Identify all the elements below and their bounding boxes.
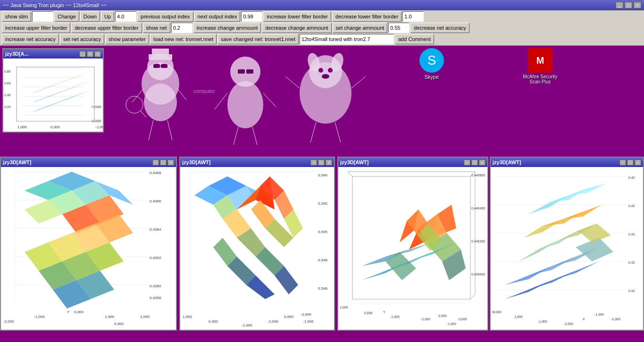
next-val-input[interactable]	[241, 11, 262, 22]
svg-text:1,000: 1,000	[340, 306, 348, 309]
load-net-button[interactable]: load new net: tronnet.nnet	[150, 34, 217, 44]
save-net-button[interactable]: save changed net: tronnet1.nnet	[217, 34, 299, 44]
plot-svg-4: 0,42 0,42 0,42 0,42 0,42 W,000 1,000 -1,…	[491, 167, 643, 330]
svg-text:0,4364: 0,4364	[150, 227, 161, 232]
plot-controls-1: − □ ×	[152, 159, 174, 166]
up-button[interactable]: Up	[101, 11, 114, 22]
decrease-change-button[interactable]: decrease change ammount	[262, 23, 331, 33]
plot-controls-4: − □ ×	[619, 159, 641, 166]
svg-text:0,4358: 0,4358	[150, 296, 161, 300]
svg-point-18	[227, 81, 263, 128]
down-button[interactable]: Down	[80, 11, 100, 22]
plot-svg-small: -1,000 0,000 1,000 -1,000 -Y,000 0,80 0,…	[3, 58, 103, 132]
svg-text:-2,000: -2,000	[564, 322, 573, 325]
svg-text:W,000: W,000	[492, 310, 502, 314]
svg-text:0,440000: 0,440000	[471, 273, 485, 276]
change-button[interactable]: Change	[54, 11, 79, 22]
slim-value-input[interactable]	[32, 11, 53, 22]
plot-minimize-4[interactable]: −	[619, 159, 626, 166]
svg-text:-2,000: -2,000	[611, 317, 620, 321]
increase-change-button[interactable]: increase change ammount	[193, 23, 261, 33]
maximize-button[interactable]: □	[625, 2, 632, 8]
svg-rect-8	[161, 64, 167, 68]
svg-text:0,42: 0,42	[628, 233, 635, 236]
svg-text:-1,000: -1,000	[538, 320, 547, 323]
set-accuracy-button[interactable]: set net accuracy	[60, 34, 104, 44]
decrease-lower-button[interactable]: decrease lower filter border	[332, 11, 401, 22]
net-val-input[interactable]	[171, 23, 192, 33]
svg-text:0,42: 0,42	[628, 261, 635, 264]
plot-svg-1: 0,4368 0,4366 0,4364 0,4362 0,4360 0,435…	[1, 167, 176, 330]
set-change-button[interactable]: set change ammount	[333, 23, 388, 33]
plot-close-2[interactable]: ×	[326, 159, 332, 166]
show-slim-button[interactable]: show slim	[2, 11, 31, 22]
plot-svg-2: 0,540 0,540 0,545 0,548 0,548 1,000 0,00…	[180, 167, 334, 330]
add-comment-button[interactable]: add Comment	[395, 34, 434, 44]
svg-text:0,000: 0,000	[209, 319, 218, 324]
svg-text:0,4360: 0,4360	[150, 284, 161, 288]
svg-text:0,20: 0,20	[4, 105, 11, 108]
plot-minimize-2[interactable]: −	[310, 159, 317, 166]
comment-input[interactable]	[300, 34, 394, 44]
svg-text:0,4368: 0,4368	[150, 171, 161, 175]
plot-close-4[interactable]: ×	[635, 159, 641, 166]
plot-titlebar-3: jzy3D[AWT] − □ ×	[338, 158, 487, 167]
svg-text:0,000: 0,000	[74, 310, 84, 314]
plot-close-3[interactable]: ×	[479, 159, 485, 166]
decrease-accuracy-button[interactable]: decrease net accuracy	[410, 23, 469, 33]
plot-window-1: jzy3D[AWT] − □ ×	[0, 157, 177, 331]
show-net-button[interactable]: show net	[143, 23, 170, 33]
increase-accuracy-button[interactable]: increase net accuracy	[2, 34, 59, 44]
svg-text:1,000: 1,000	[514, 315, 523, 318]
plot-minimize-3[interactable]: −	[464, 159, 470, 166]
svg-text:0,000: 0,000	[114, 322, 124, 326]
show-parameter-button[interactable]: show parameter	[105, 34, 149, 44]
plot-maximize-2[interactable]: □	[318, 159, 325, 166]
svg-rect-7	[153, 64, 160, 68]
plot-maximize-3[interactable]: □	[471, 159, 478, 166]
svg-text:0,540: 0,540	[318, 173, 328, 177]
mcafee-icon-image: M	[528, 48, 552, 73]
lower-val-input[interactable]	[402, 11, 424, 22]
plot-svg-3: 0,440600 0,440400 0,440200 0,440000 1,00…	[338, 167, 487, 330]
svg-text:0,548: 0,548	[318, 286, 328, 291]
decrease-upper-button[interactable]: decrease upper filter border	[71, 23, 142, 33]
svg-text:0,42: 0,42	[628, 176, 635, 179]
plot-minimize-1[interactable]: −	[152, 159, 159, 166]
plot-body-small: -1,000 0,000 1,000 -1,000 -Y,000 0,80 0,…	[3, 58, 103, 132]
svg-rect-136	[338, 167, 487, 330]
up-value-input[interactable]	[115, 11, 136, 22]
svg-rect-4	[152, 49, 169, 55]
svg-text:-2,000: -2,000	[268, 319, 278, 324]
skype-icon-desktop[interactable]: S Skype	[415, 48, 448, 80]
svg-text:-1,000: -1,000	[594, 313, 604, 316]
svg-text:-1,000: -1,000	[447, 322, 456, 325]
plot-minimize-small[interactable]: _	[79, 51, 86, 57]
plot-close-1[interactable]: ×	[167, 159, 174, 166]
plot-controls-small: _ □ ×	[79, 51, 101, 57]
plot-maximize-4[interactable]: □	[627, 159, 634, 166]
increase-upper-button[interactable]: increase upper filter border	[2, 23, 70, 33]
svg-text:computer: computer	[193, 88, 215, 94]
change-val-input[interactable]	[388, 23, 410, 33]
svg-text:0,540: 0,540	[318, 201, 328, 206]
plot-titlebar-small: jzy3D[A... _ □ ×	[3, 49, 103, 58]
plot-title-2: jzy3D[AWT]	[182, 159, 211, 165]
increase-lower-button[interactable]: increase lower filter border	[263, 11, 331, 22]
toolbar-row-3: increase net accuracy set net accuracy s…	[2, 34, 642, 44]
plot-close-small[interactable]: ×	[94, 51, 101, 57]
minimize-button[interactable]: _	[616, 2, 623, 8]
svg-point-27	[318, 68, 323, 73]
next-output-button[interactable]: next output index	[194, 11, 241, 22]
titlebar-controls: _ □ ×	[616, 2, 641, 8]
svg-text:1,000: 1,000	[105, 315, 115, 319]
close-button[interactable]: ×	[634, 2, 641, 8]
main-content: computer S Skype M McAfee SecurityScan P…	[0, 46, 644, 331]
svg-text:1,000: 1,000	[140, 315, 150, 319]
prev-output-button[interactable]: previous output index	[137, 11, 193, 22]
toolbar-row-2: increase upper filter border decrease up…	[2, 23, 642, 33]
plot-maximize-1[interactable]: □	[160, 159, 167, 166]
mcafee-icon-desktop[interactable]: M McAfee SecurityScan Plus	[519, 48, 561, 84]
plot-maximize-small[interactable]: □	[87, 51, 93, 57]
plot-controls-2: − □ ×	[310, 159, 332, 166]
